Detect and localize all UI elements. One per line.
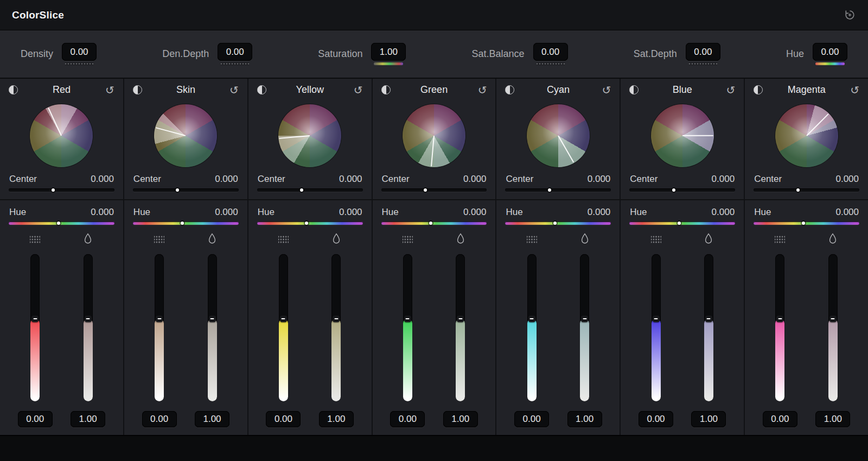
hue-value[interactable]: 0.000 xyxy=(339,207,362,218)
saturation-mini-slider[interactable] xyxy=(374,62,403,65)
saturation-value-box[interactable]: 1.00 xyxy=(319,411,354,427)
center-slider-handle[interactable] xyxy=(300,188,303,192)
hue-value[interactable]: 0.000 xyxy=(463,207,487,218)
density-slider-handle[interactable] xyxy=(156,315,163,322)
center-value[interactable]: 0.000 xyxy=(91,174,114,185)
saturation-value-box[interactable]: 1.00 xyxy=(815,411,850,427)
density-vertical-slider[interactable] xyxy=(155,254,164,402)
center-slider-handle[interactable] xyxy=(796,188,800,192)
contrast-toggle-icon[interactable] xyxy=(257,85,266,94)
saturation-value-box[interactable]: 1.00 xyxy=(195,411,229,427)
saturation-vertical-slider[interactable] xyxy=(828,254,838,402)
hue-slider-handle[interactable] xyxy=(802,222,805,225)
saturation-value-box[interactable]: 1.00 xyxy=(371,43,406,61)
center-slider-handle[interactable] xyxy=(52,188,55,192)
density-slider-handle[interactable] xyxy=(528,315,535,322)
reset-icon[interactable]: ↺ xyxy=(850,85,859,96)
hue-value[interactable]: 0.000 xyxy=(215,207,238,218)
hue-value[interactable]: 0.000 xyxy=(835,207,859,218)
center-slider[interactable] xyxy=(9,188,114,192)
saturation-slider-handle[interactable] xyxy=(209,315,216,322)
den-depth-mini-slider[interactable] xyxy=(220,62,250,65)
sat-depth-mini-slider[interactable] xyxy=(688,62,718,65)
hue-slider[interactable] xyxy=(381,222,487,225)
center-slider[interactable] xyxy=(629,188,735,192)
hue-wheel[interactable] xyxy=(775,104,838,167)
center-slider-handle[interactable] xyxy=(548,188,551,192)
center-value[interactable]: 0.000 xyxy=(588,174,611,185)
density-value-box[interactable]: 0.00 xyxy=(266,411,301,427)
hue-value-box[interactable]: 0.00 xyxy=(813,43,847,61)
hue-slider[interactable] xyxy=(9,222,114,225)
saturation-slider-handle[interactable] xyxy=(333,315,340,322)
hue-value[interactable]: 0.000 xyxy=(712,207,735,218)
density-slider-handle[interactable] xyxy=(653,315,660,322)
density-value-box[interactable]: 0.00 xyxy=(18,411,53,427)
hue-mini-slider[interactable] xyxy=(815,62,845,65)
density-value-box[interactable]: 0.00 xyxy=(62,43,97,61)
saturation-value-box[interactable]: 1.00 xyxy=(567,411,602,427)
saturation-value-box[interactable]: 1.00 xyxy=(691,411,726,427)
hue-slider-handle[interactable] xyxy=(429,222,432,225)
hue-value[interactable]: 0.000 xyxy=(91,207,114,218)
hue-wheel[interactable] xyxy=(651,104,714,167)
saturation-vertical-slider[interactable] xyxy=(84,254,93,402)
hue-slider-handle[interactable] xyxy=(57,222,60,225)
center-slider[interactable] xyxy=(133,188,239,192)
hue-wheel[interactable] xyxy=(278,104,341,167)
center-slider-handle[interactable] xyxy=(424,188,427,192)
hue-wheel[interactable] xyxy=(154,104,217,167)
contrast-toggle-icon[interactable] xyxy=(505,85,514,94)
contrast-toggle-icon[interactable] xyxy=(629,85,639,94)
saturation-value-box[interactable]: 1.00 xyxy=(443,411,478,427)
sat-balance-value-box[interactable]: 0.00 xyxy=(533,43,568,61)
hue-wheel[interactable] xyxy=(30,104,93,167)
density-vertical-slider[interactable] xyxy=(652,254,661,402)
saturation-slider-handle[interactable] xyxy=(581,315,588,322)
center-value[interactable]: 0.000 xyxy=(712,174,735,185)
contrast-toggle-icon[interactable] xyxy=(9,85,18,94)
sat-balance-mini-slider[interactable] xyxy=(536,62,565,65)
contrast-toggle-icon[interactable] xyxy=(381,85,391,94)
density-mini-slider[interactable] xyxy=(65,62,94,65)
reset-icon[interactable]: ↺ xyxy=(229,85,239,96)
hue-slider[interactable] xyxy=(257,222,363,225)
reset-icon[interactable]: ↺ xyxy=(105,85,114,96)
reset-icon[interactable]: ↺ xyxy=(478,85,487,96)
center-value[interactable]: 0.000 xyxy=(463,174,487,185)
center-value[interactable]: 0.000 xyxy=(339,174,362,185)
hue-value[interactable]: 0.000 xyxy=(588,207,611,218)
saturation-slider-handle[interactable] xyxy=(829,315,837,322)
hue-slider-handle[interactable] xyxy=(553,222,557,225)
reset-all-icon[interactable] xyxy=(843,9,856,22)
reset-icon[interactable]: ↺ xyxy=(354,85,363,96)
center-slider[interactable] xyxy=(505,188,611,192)
density-value-box[interactable]: 0.00 xyxy=(639,411,673,427)
saturation-vertical-slider[interactable] xyxy=(704,254,713,402)
den-depth-value-box[interactable]: 0.00 xyxy=(218,43,252,61)
density-value-box[interactable]: 0.00 xyxy=(514,411,549,427)
center-value[interactable]: 0.000 xyxy=(835,174,859,185)
density-slider-handle[interactable] xyxy=(31,315,39,322)
density-vertical-slider[interactable] xyxy=(279,254,288,402)
center-value[interactable]: 0.000 xyxy=(215,174,238,185)
saturation-slider-handle[interactable] xyxy=(457,315,464,322)
density-vertical-slider[interactable] xyxy=(775,254,784,402)
contrast-toggle-icon[interactable] xyxy=(754,85,763,94)
saturation-slider-handle[interactable] xyxy=(705,315,712,322)
saturation-vertical-slider[interactable] xyxy=(331,254,341,402)
center-slider[interactable] xyxy=(257,188,363,192)
density-slider-handle[interactable] xyxy=(776,315,783,322)
saturation-value-box[interactable]: 1.00 xyxy=(71,411,105,427)
density-value-box[interactable]: 0.00 xyxy=(390,411,425,427)
saturation-vertical-slider[interactable] xyxy=(456,254,465,402)
hue-slider-handle[interactable] xyxy=(305,222,308,225)
density-slider-handle[interactable] xyxy=(404,315,411,322)
reset-icon[interactable]: ↺ xyxy=(726,85,735,96)
center-slider[interactable] xyxy=(381,188,487,192)
reset-icon[interactable]: ↺ xyxy=(602,85,611,96)
center-slider-handle[interactable] xyxy=(672,188,675,192)
saturation-slider-handle[interactable] xyxy=(85,315,92,322)
density-value-box[interactable]: 0.00 xyxy=(763,411,797,427)
hue-slider[interactable] xyxy=(505,222,611,225)
